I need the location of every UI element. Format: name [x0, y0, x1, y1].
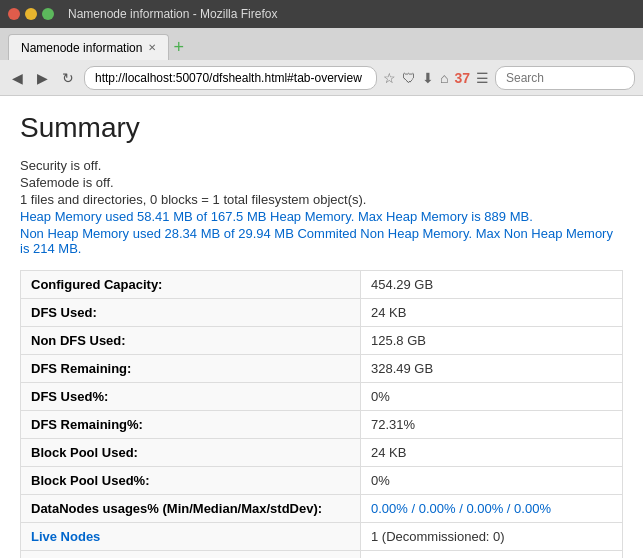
table-cell-label: DFS Remaining: — [21, 355, 361, 383]
table-row: Live Nodes1 (Decommissioned: 0) — [21, 523, 623, 551]
table-row: Configured Capacity:454.29 GB — [21, 271, 623, 299]
tabbar: Namenode information ✕ + — [0, 28, 643, 60]
search-input[interactable] — [495, 66, 635, 90]
table-cell-label: Live Nodes — [21, 523, 361, 551]
table-cell-label: DFS Remaining%: — [21, 411, 361, 439]
table-cell-label: Configured Capacity: — [21, 271, 361, 299]
window-title: Namenode information - Mozilla Firefox — [68, 7, 277, 21]
table-cell-value: 1 (Decommissioned: 0) — [361, 523, 623, 551]
table-cell-value: 328.49 GB — [361, 355, 623, 383]
table-row: DFS Used:24 KB — [21, 299, 623, 327]
table-cell-label: DFS Used%: — [21, 383, 361, 411]
table-cell-value: 0% — [361, 467, 623, 495]
summary-table: Configured Capacity:454.29 GBDFS Used:24… — [20, 270, 623, 558]
url-bar[interactable] — [84, 66, 377, 90]
download-icon[interactable]: ⬇ — [422, 70, 434, 86]
table-row: Dead Nodes0 (Decommissioned: 0) — [21, 551, 623, 559]
status-security: Security is off. — [20, 158, 623, 173]
table-cell-value: 24 KB — [361, 299, 623, 327]
table-cell-label: Dead Nodes — [21, 551, 361, 559]
table-cell-value: 72.31% — [361, 411, 623, 439]
table-row: DataNodes usages% (Min/Median/Max/stdDev… — [21, 495, 623, 523]
table-cell-label: Non DFS Used: — [21, 327, 361, 355]
table-row: DFS Remaining:328.49 GB — [21, 355, 623, 383]
titlebar: Namenode information - Mozilla Firefox — [0, 0, 643, 28]
bookmark-icon[interactable]: ☆ — [383, 70, 396, 86]
table-cell-label: DFS Used: — [21, 299, 361, 327]
new-tab-button[interactable]: + — [173, 38, 184, 60]
status-files: 1 files and directories, 0 blocks = 1 to… — [20, 192, 623, 207]
window-controls — [8, 8, 54, 20]
table-cell-label: DataNodes usages% (Min/Median/Max/stdDev… — [21, 495, 361, 523]
table-cell-value: 24 KB — [361, 439, 623, 467]
minimize-button[interactable] — [25, 8, 37, 20]
page-title: Summary — [20, 112, 623, 144]
close-button[interactable] — [8, 8, 20, 20]
shield-icon: 🛡 — [402, 70, 416, 86]
non-heap-memory-info: Non Heap Memory used 28.34 MB of 29.94 M… — [20, 226, 623, 256]
active-tab[interactable]: Namenode information ✕ — [8, 34, 169, 60]
table-row: Block Pool Used%:0% — [21, 467, 623, 495]
addressbar: ◀ ▶ ↻ ☆ 🛡 ⬇ ⌂ 37 ☰ — [0, 60, 643, 96]
forward-button[interactable]: ▶ — [33, 68, 52, 88]
table-cell-label: Block Pool Used: — [21, 439, 361, 467]
tab-label: Namenode information — [21, 41, 142, 55]
table-cell-value: 0 (Decommissioned: 0) — [361, 551, 623, 559]
tab-close-icon[interactable]: ✕ — [148, 42, 156, 53]
table-cell-value: 0.00% / 0.00% / 0.00% / 0.00% — [361, 495, 623, 523]
reload-button[interactable]: ↻ — [58, 68, 78, 88]
status-safemode: Safemode is off. — [20, 175, 623, 190]
maximize-button[interactable] — [42, 8, 54, 20]
table-row: Non DFS Used:125.8 GB — [21, 327, 623, 355]
table-cell-value: 125.8 GB — [361, 327, 623, 355]
back-button[interactable]: ◀ — [8, 68, 27, 88]
table-row: DFS Remaining%:72.31% — [21, 411, 623, 439]
table-cell-value: 0% — [361, 383, 623, 411]
table-cell-value: 454.29 GB — [361, 271, 623, 299]
table-link-label[interactable]: Live Nodes — [31, 529, 100, 544]
table-row: Block Pool Used:24 KB — [21, 439, 623, 467]
menu-icon[interactable]: ☰ — [476, 70, 489, 86]
page-content: Summary Security is off. Safemode is off… — [0, 96, 643, 558]
table-row: DFS Used%:0% — [21, 383, 623, 411]
table-cell-label: Block Pool Used%: — [21, 467, 361, 495]
heap-memory-info: Heap Memory used 58.41 MB of 167.5 MB He… — [20, 209, 623, 224]
profile-icon[interactable]: 37 — [454, 70, 470, 86]
home-icon[interactable]: ⌂ — [440, 70, 448, 86]
